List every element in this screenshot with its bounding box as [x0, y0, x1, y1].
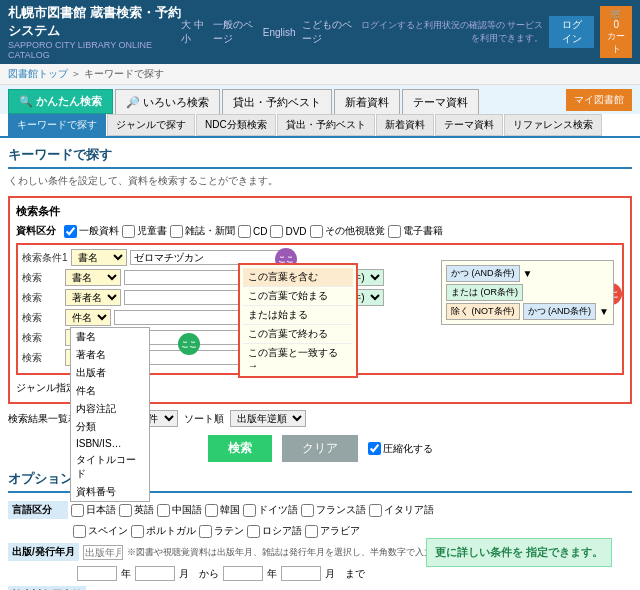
- lang-en[interactable]: 英語: [119, 503, 154, 517]
- subtab-ndc[interactable]: NDC分類検索: [196, 114, 276, 136]
- year-placeholder[interactable]: [83, 545, 123, 560]
- tab-loan-best[interactable]: 貸出・予約ベスト: [222, 89, 332, 114]
- cond1-field[interactable]: 書名著者名出版者件名: [71, 249, 127, 266]
- field-opt-pub[interactable]: 出版者: [71, 364, 149, 382]
- resource-dvd[interactable]: DVD: [270, 225, 306, 238]
- month-label-to: 月 まで: [325, 567, 365, 581]
- resource-other-av[interactable]: その他視聴覚: [310, 224, 385, 238]
- lang-la[interactable]: ラテン: [199, 524, 244, 538]
- genre-label: ジャンル指定: [16, 381, 76, 395]
- normalize-label[interactable]: 圧縮化する: [368, 435, 433, 462]
- andor-row-2: または (OR条件): [446, 284, 609, 301]
- language-row: 言語区分 日本語 英語 中国語 韓国 ドイツ語 フランス語 イタリア語: [8, 501, 632, 519]
- subtab-best[interactable]: 貸出・予約ベスト: [277, 114, 375, 136]
- site-subtitle: SAPPORO CITY LIBRARY ONLINE CATALOG: [8, 40, 181, 60]
- tab-simple-search[interactable]: 🔍 かんたん検索: [8, 89, 113, 114]
- bubble-4[interactable]: ここ: [178, 333, 200, 355]
- conditions-label: 検索条件: [16, 204, 624, 219]
- tab-theme[interactable]: テーマ資料: [402, 89, 479, 114]
- year-to-input[interactable]: [223, 566, 263, 581]
- not-btn[interactable]: 除く (NOT条件): [446, 303, 520, 320]
- subtab-theme[interactable]: テーマ資料: [435, 114, 503, 136]
- lang-ja[interactable]: 日本語: [71, 503, 116, 517]
- year-row: 出版/発行年月 ※図書や視聴覚資料は出版年月、雑誌は発行年月を選択し、半角数字で…: [8, 543, 632, 561]
- month-from-input[interactable]: [135, 566, 175, 581]
- lang-it[interactable]: イタリア語: [369, 503, 434, 517]
- resource-magazine[interactable]: 雑誌・新聞: [170, 224, 235, 238]
- or-btn[interactable]: または (OR条件): [446, 284, 523, 301]
- cart-button[interactable]: 🛒 0カート: [600, 6, 632, 58]
- normalize-checkbox[interactable]: [368, 442, 381, 455]
- subtab-new[interactable]: 新着資料: [376, 114, 434, 136]
- andor-row-1: かつ (AND条件) ▼: [446, 265, 609, 282]
- year-from-input[interactable]: [77, 566, 117, 581]
- lang-pt[interactable]: ポルトガル: [131, 524, 196, 538]
- match-option-2[interactable]: この言葉で始まる: [243, 286, 353, 305]
- year-label: 出版/発行年月: [8, 543, 79, 561]
- cond4-field[interactable]: 件名: [65, 309, 111, 326]
- mylib-btn[interactable]: マイ図書館: [566, 89, 632, 114]
- english-link[interactable]: English: [263, 27, 296, 38]
- general-page-link[interactable]: 一般のページ: [213, 18, 257, 46]
- tab-advanced-search[interactable]: 🔎 いろいろ検索: [115, 89, 220, 114]
- sort-order[interactable]: 出版年逆順出版年順: [230, 410, 306, 427]
- year-label-from: 年: [121, 567, 131, 581]
- match-option-3[interactable]: または始まる: [243, 305, 353, 324]
- resource-cd[interactable]: CD: [238, 225, 267, 238]
- month-to-input[interactable]: [281, 566, 321, 581]
- subtab-keyword[interactable]: キーワードで探す: [8, 114, 106, 136]
- match-option-4[interactable]: この言葉で終わる: [243, 324, 353, 343]
- kids-link[interactable]: こどものページ: [302, 18, 353, 46]
- cond2-field[interactable]: 書名著者名: [65, 269, 121, 286]
- field-opt-title-code[interactable]: タイトルコード: [71, 451, 149, 483]
- sub-tab-nav: キーワードで探す ジャンルで探す NDC分類検索 貸出・予約ベスト 新着資料 テ…: [0, 114, 640, 138]
- match-option-1[interactable]: この言葉を含む: [243, 268, 353, 286]
- field-opt-author[interactable]: 著者名: [71, 346, 149, 364]
- field-opt-note[interactable]: 内容注記: [71, 400, 149, 418]
- site-title: 札幌市図書館 蔵書検索・予約システム: [8, 4, 181, 40]
- lang-ko[interactable]: 韓国: [205, 503, 240, 517]
- condition-rows: 検索条件1 書名著者名出版者件名 この言葉を含む この言葉で始まる または始まる…: [16, 243, 624, 375]
- word-match-popup: この言葉を含む この言葉で始まる または始まる この言葉で終わる この言葉と一致…: [238, 263, 358, 378]
- and-btn[interactable]: かつ (AND条件): [446, 265, 520, 282]
- tab-new-items[interactable]: 新着資料: [334, 89, 400, 114]
- lang-de[interactable]: ドイツ語: [243, 503, 298, 517]
- field-opt-item-num[interactable]: 資料番号: [71, 483, 149, 501]
- size-controls: 大 中 小: [181, 18, 207, 46]
- breadcrumb-home[interactable]: 図書館トップ: [8, 68, 68, 79]
- field-opt-subject[interactable]: 件名: [71, 382, 149, 400]
- subtab-reference[interactable]: リファレンス検索: [504, 114, 602, 136]
- cond2-label: 検索: [22, 271, 62, 285]
- login-button[interactable]: ログイン: [549, 16, 594, 48]
- subtab-genre[interactable]: ジャンルで探す: [107, 114, 195, 136]
- cond3-field[interactable]: 著者名書名: [65, 289, 121, 306]
- lang-ru[interactable]: ロシア語: [247, 524, 302, 538]
- field-opt-class[interactable]: 分類: [71, 418, 149, 436]
- search-button[interactable]: 検索: [208, 435, 272, 462]
- language-row2: スペイン ポルトガル ラテン ロシア語 アラビア: [8, 524, 632, 538]
- lang-ar[interactable]: アラビア: [305, 524, 360, 538]
- condition-row-1: 検索条件1 書名著者名出版者件名 この言葉を含む この言葉で始まる または始まる…: [22, 249, 618, 266]
- field-opt-isbn[interactable]: ISBN/IS…: [71, 436, 149, 451]
- year-label-to: 年: [267, 567, 277, 581]
- lang-fr[interactable]: フランス語: [301, 503, 366, 517]
- more-info-box: 更に詳しい条件を 指定できます。: [426, 538, 612, 567]
- field-opt-name[interactable]: 書名: [71, 328, 149, 346]
- library-row: 検索対象図書館 中央図書館 新琴似 元町 東札幌 厚別 西岡 追川 山の手 北の…: [8, 586, 632, 590]
- header-branding: 札幌市図書館 蔵書検索・予約システム SAPPORO CITY LIBRARY …: [8, 4, 181, 60]
- mylib-button[interactable]: マイ図書館: [566, 89, 632, 111]
- match-option-5[interactable]: この言葉と一致する →: [243, 343, 353, 373]
- lang-es[interactable]: スペイン: [73, 524, 128, 538]
- month-label-from: 月 から: [179, 567, 219, 581]
- cond3-label: 検索: [22, 291, 62, 305]
- andor-popup: かつ (AND条件) ▼ または (OR条件) 除く (NOT条件) かつ (A…: [441, 260, 614, 325]
- page-title: キーワードで探す: [8, 146, 632, 169]
- cond5-label: 検索: [22, 331, 62, 345]
- year-from-row: 年 月 から 年 月 まで: [8, 566, 632, 581]
- clear-button[interactable]: クリア: [282, 435, 358, 462]
- resource-children[interactable]: 児童書: [122, 224, 167, 238]
- resource-general[interactable]: 一般資料: [64, 224, 119, 238]
- and-btn2[interactable]: かつ (AND条件): [523, 303, 597, 320]
- resource-ebook[interactable]: 電子書籍: [388, 224, 443, 238]
- lang-zh[interactable]: 中国語: [157, 503, 202, 517]
